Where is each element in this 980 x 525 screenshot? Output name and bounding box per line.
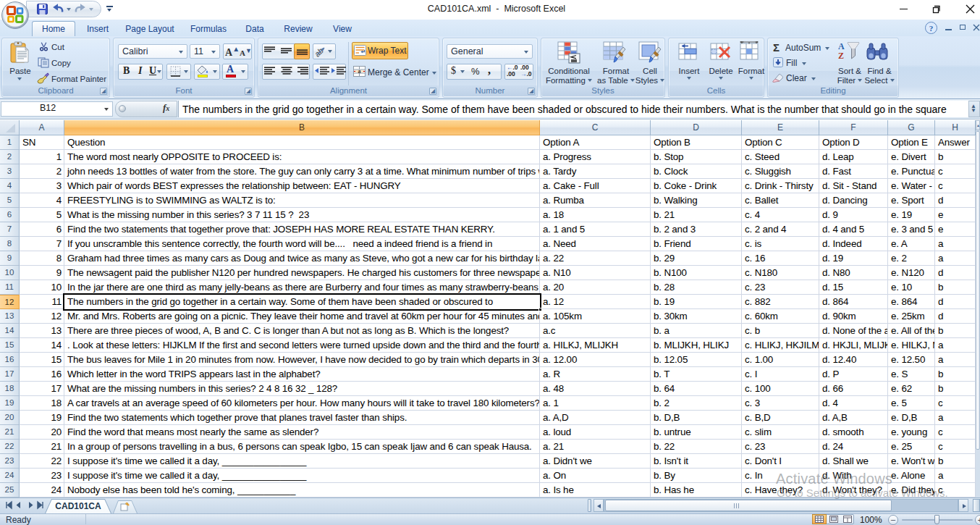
svg-text:A: A <box>838 41 845 51</box>
svg-text:a: a <box>358 68 361 75</box>
svg-text:Z: Z <box>838 51 844 61</box>
svg-text:?: ? <box>929 24 934 33</box>
